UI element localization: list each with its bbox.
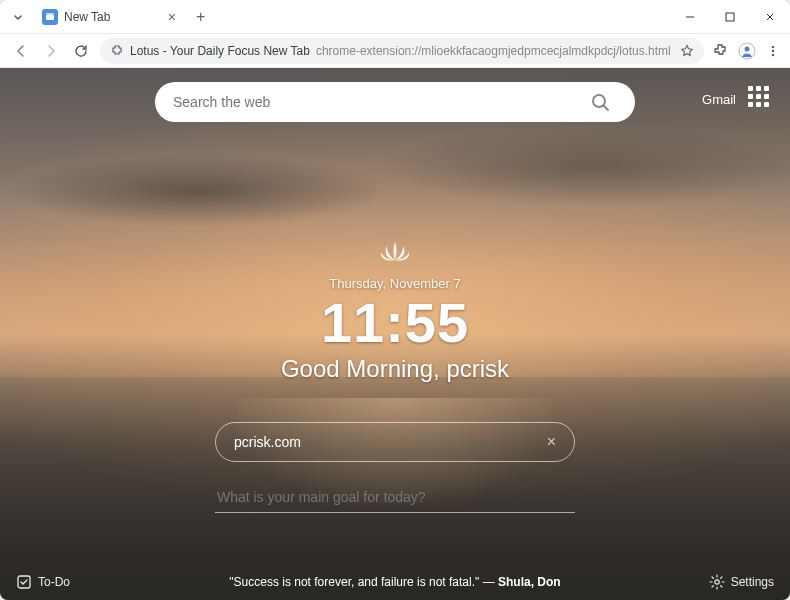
forward-button[interactable] (40, 40, 62, 62)
svg-point-5 (745, 46, 750, 51)
star-icon[interactable] (680, 44, 694, 58)
search-icon[interactable] (583, 85, 617, 119)
tab-close-icon[interactable]: × (168, 9, 176, 25)
tab-favicon-icon (42, 9, 58, 25)
maximize-button[interactable] (710, 0, 750, 34)
browser-tab[interactable]: New Tab × (34, 5, 184, 29)
url-text: chrome-extension://mlioekkfacaogmjedpmce… (316, 44, 671, 58)
gear-icon (709, 574, 725, 590)
svg-rect-0 (46, 15, 54, 20)
apps-grid-icon[interactable] (748, 86, 772, 110)
reload-button[interactable] (70, 40, 92, 62)
menu-icon[interactable] (766, 44, 780, 58)
center-block: Thursday, November 7 11:55 Good Morning,… (0, 238, 790, 383)
close-button[interactable] (750, 0, 790, 34)
extension-icon (110, 44, 124, 58)
new-tab-button[interactable]: + (192, 4, 209, 30)
minimize-button[interactable] (670, 0, 710, 34)
svg-line-10 (604, 106, 608, 110)
svg-point-12 (714, 580, 718, 584)
window-controls (670, 0, 790, 34)
site-input-pill[interactable]: × (215, 422, 575, 462)
goal-input-row[interactable] (215, 482, 575, 513)
greeting-text: Good Morning, pcrisk (281, 355, 509, 383)
back-button[interactable] (10, 40, 32, 62)
gmail-link[interactable]: Gmail (702, 92, 736, 107)
svg-rect-1 (46, 13, 54, 15)
clear-icon[interactable]: × (547, 433, 556, 451)
quote-author: Shula, Don (498, 575, 561, 589)
search-input[interactable] (173, 94, 583, 110)
svg-point-7 (772, 49, 774, 51)
address-bar: Lotus - Your Daily Focus New Tab chrome-… (0, 34, 790, 68)
top-row (0, 82, 790, 122)
svg-point-9 (593, 95, 605, 107)
url-site-title: Lotus - Your Daily Focus New Tab (130, 44, 310, 58)
tab-search-dropdown[interactable] (8, 7, 28, 27)
svg-point-8 (772, 53, 774, 55)
date-text: Thursday, November 7 (329, 276, 460, 291)
search-bar[interactable] (155, 82, 635, 122)
profile-icon[interactable] (738, 42, 756, 60)
bottom-bar: To-Do "Success is not forever, and failu… (0, 574, 790, 590)
svg-rect-3 (726, 13, 734, 21)
goal-input[interactable] (217, 489, 573, 505)
quote-separator: — (479, 575, 498, 589)
lotus-icon (375, 238, 415, 266)
site-input[interactable] (234, 434, 547, 450)
toolbar-right (712, 42, 780, 60)
titlebar: New Tab × + (0, 0, 790, 34)
svg-point-6 (772, 45, 774, 47)
quote-text: "Success is not forever, and failure is … (229, 575, 479, 589)
time-text: 11:55 (321, 295, 469, 351)
settings-label: Settings (731, 575, 774, 589)
settings-button[interactable]: Settings (709, 574, 774, 590)
page-content: Gmail Thursday, November 7 11:55 Good Mo… (0, 68, 790, 600)
url-field[interactable]: Lotus - Your Daily Focus New Tab chrome-… (100, 38, 704, 64)
tab-title: New Tab (64, 10, 110, 24)
extensions-icon[interactable] (712, 43, 728, 59)
browser-window: New Tab × + Lotus - Your Daily Focus New… (0, 0, 790, 600)
quote: "Success is not forever, and failure is … (0, 575, 790, 589)
